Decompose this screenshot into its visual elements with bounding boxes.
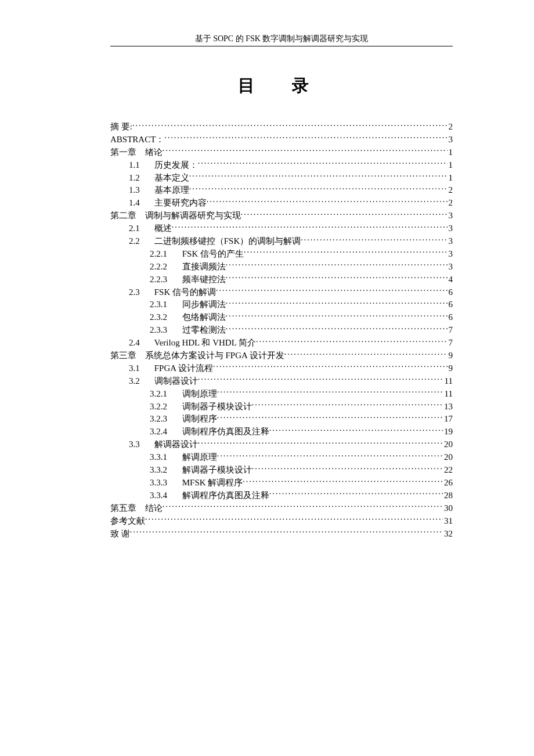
toc-entry: 2.3.3 过零检测法7: [110, 324, 453, 337]
toc-entry-page: 1: [448, 172, 453, 185]
toc-entry-number: 3.3.3: [150, 477, 180, 489]
toc-entry-page: 32: [443, 528, 453, 541]
toc-entry-text: 概述: [154, 224, 172, 233]
toc-entry-label: 1.1 历史发展：: [129, 159, 198, 172]
toc-entry-text: 绪论: [145, 147, 163, 157]
toc-entry-number: 3.2.3: [150, 413, 180, 426]
toc-entry-text: 调制程序仿真图及注释: [182, 427, 269, 436]
toc-leader-dots: [256, 337, 447, 345]
toc-leader-dots: [172, 222, 448, 231]
toc-entry-page: 7: [448, 337, 453, 350]
header-separator: [110, 46, 453, 46]
toc-leader-dots: [217, 388, 443, 397]
toc-entry: 3.2.4 调制程序仿真图及注释19: [110, 426, 453, 438]
toc-entry: 3.3.2 解调器子模块设计22: [110, 464, 453, 477]
toc-entry-text: ABSTRACT：: [110, 135, 164, 144]
toc-entry-number: 3.1: [129, 362, 152, 375]
toc-entry-number: 第一章: [110, 146, 143, 159]
toc-entry-number: 1.4: [129, 197, 152, 210]
toc-entry: 1.3 基本原理2: [110, 184, 453, 197]
toc-entry-page: 19: [443, 426, 453, 438]
toc-entry-number: 第三章: [110, 350, 143, 362]
toc-entry-page: 11: [443, 388, 453, 401]
toc-entry: 3.3.1 解调原理20: [110, 451, 453, 464]
toc-entry-page: 4: [448, 273, 453, 286]
toc-leader-dots: [216, 286, 447, 295]
toc-entry-text: 包络解调法: [182, 312, 226, 322]
toc-entry-page: 2: [448, 197, 453, 210]
toc-entry: 2.2.3 频率键控法4: [110, 273, 453, 286]
toc-leader-dots: [163, 146, 448, 155]
toc-entry-text: FSK 信号的解调: [154, 287, 216, 297]
toc-entry-number: 3.2.1: [150, 388, 180, 401]
toc-entry-page: 17: [443, 413, 453, 426]
toc-entry-label: 参考文献: [110, 515, 145, 528]
toc-entry-page: 26: [443, 477, 453, 489]
toc-entry-number: 2.3: [129, 286, 152, 299]
toc-leader-dots: [284, 350, 448, 358]
toc-entry-page: 22: [443, 464, 453, 477]
toc-entry-page: 7: [448, 324, 453, 337]
toc-entry-label: 2.1 概述: [129, 222, 172, 235]
toc-entry-text: 致 谢: [110, 529, 130, 538]
toc-entry: 参考文献31: [110, 515, 453, 528]
toc-entry-label: 第一章 绪论: [110, 146, 163, 159]
toc-leader-dots: [244, 248, 447, 257]
toc-entry-page: 13: [443, 401, 453, 413]
toc-entry-page: 3: [448, 248, 453, 261]
toc-entry-number: 2.3.2: [150, 311, 180, 324]
toc-leader-dots: [243, 477, 443, 485]
toc-entry-text: 解调器设计: [154, 440, 198, 449]
toc-entry: 3.2.3 调制程序17: [110, 413, 453, 426]
toc-entry-page: 2: [448, 184, 453, 197]
toc-entry-label: 2.2.3 频率键控法: [150, 273, 226, 286]
toc-entry-text: 同步解调法: [182, 300, 226, 309]
toc-entry-number: 第五章: [110, 502, 143, 515]
toc-entry-page: 9: [448, 350, 453, 362]
toc-entry: 2.2 二进制频移键控（FSK）的调制与解调3: [110, 235, 453, 248]
toc-entry-text: 调制器子模块设计: [182, 402, 252, 411]
toc-entry-label: 2.3.1 同步解调法: [150, 298, 226, 311]
toc-leader-dots: [226, 273, 448, 282]
toc-entry-text: 解调程序仿真图及注释: [182, 491, 269, 500]
toc-entry-number: 2.3.1: [150, 298, 180, 311]
toc-entry: 1.1 历史发展：1: [110, 159, 453, 172]
toc-entry-number: 2.2.3: [150, 273, 180, 286]
toc-entry-number: 2.3.3: [150, 324, 180, 337]
toc-entry-number: 3.3: [129, 438, 152, 451]
toc-entry-text: 基本定义: [154, 173, 189, 182]
toc-leader-dots: [198, 159, 448, 168]
toc-leader-dots: [130, 528, 443, 537]
toc-entry-page: 20: [443, 438, 453, 451]
toc-leader-dots: [189, 172, 448, 181]
toc-entry-label: 第三章 系统总体方案设计与 FPGA 设计开发: [110, 350, 284, 362]
toc-entry-number: 1.3: [129, 184, 152, 197]
toc-entry-number: 第二章: [110, 210, 143, 222]
toc-entry-text: 调制器设计: [154, 376, 198, 386]
toc-entry-label: 3.2 调制器设计: [129, 375, 198, 388]
toc-entry-page: 9: [448, 362, 453, 375]
toc-entry: 3.1 FPGA 设计流程9: [110, 362, 453, 375]
toc-leader-dots: [269, 489, 443, 498]
toc-entry-number: 3.2.4: [150, 426, 180, 438]
toc-entry-text: FPGA 设计流程: [154, 363, 213, 373]
toc-leader-dots: [226, 298, 448, 307]
toc-leader-dots: [164, 134, 447, 142]
toc-entry-page: 6: [448, 286, 453, 299]
toc-entry-number: 2.2.2: [150, 261, 180, 273]
toc-entry-number: 2.2: [129, 235, 152, 248]
toc-leader-dots: [226, 261, 448, 269]
toc-entry: 第一章 绪论1: [110, 146, 453, 159]
toc-entry-label: 2.2 二进制频移键控（FSK）的调制与解调: [129, 235, 301, 248]
toc-leader-dots: [217, 451, 443, 460]
toc-entry-text: 调制与解调器研究与实现: [145, 211, 241, 220]
toc-entry-label: 3.3.4 解调程序仿真图及注释: [150, 489, 269, 502]
toc-entry: 2.2.1 FSK 信号的产生3: [110, 248, 453, 261]
toc-entry-page: 3: [448, 210, 453, 222]
toc-entry: 2.4 Verilog HDL 和 VHDL 简介7: [110, 337, 453, 350]
toc-entry-label: 摘 要:: [110, 121, 132, 134]
toc-entry-number: 3.3.2: [150, 464, 180, 477]
toc-entry-page: 20: [443, 451, 453, 464]
toc-entry-text: 频率键控法: [182, 275, 226, 284]
toc-entry-label: 3.2.1 调制原理: [150, 388, 217, 401]
